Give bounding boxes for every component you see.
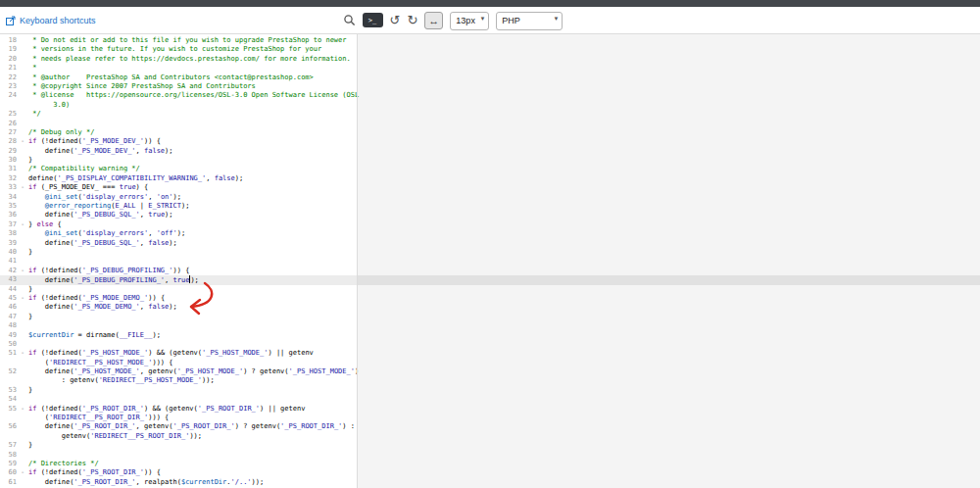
fold-gutter [17, 478, 28, 487]
code-text: } [28, 313, 980, 321]
line-number: 26 [0, 120, 17, 128]
code-line[interactable]: 18 * Do not edit or add to this file if … [0, 36, 980, 45]
line-number: 19 [0, 45, 17, 54]
code-line[interactable]: 31/* Compatibility warning */ [0, 165, 980, 173]
code-line[interactable]: 37-} else { [0, 220, 980, 229]
code-line[interactable]: 59/* Directories */ [0, 460, 980, 468]
word-wrap-toggle[interactable]: ↔ [424, 12, 443, 29]
code-line[interactable]: 32define('_PS_DISPLAY_COMPATIBILITY_WARN… [0, 174, 980, 183]
code-line[interactable]: 24 * @license https://opensource.org/lic… [0, 91, 980, 100]
code-line[interactable]: 30} [0, 156, 980, 165]
keyboard-shortcuts-link[interactable]: Keyboard shortcuts [6, 16, 96, 25]
code-line[interactable]: 60-if (!defined('_PS_ROOT_DIR_')) { [0, 468, 980, 477]
line-number: 60 [0, 468, 17, 477]
code-line[interactable]: 28-if (!defined('_PS_MODE_DEV_')) { [0, 137, 980, 146]
line-number: 40 [0, 248, 17, 257]
code-line[interactable]: ('REDIRECT__PS_ROOT_DIR_'))) { [0, 414, 980, 422]
code-line[interactable]: 46 define('_PS_MODE_DEMO_', false); [0, 303, 980, 312]
fold-marker[interactable]: - [17, 183, 28, 192]
terminal-button[interactable]: >_ [363, 13, 383, 27]
code-line[interactable]: 50 [0, 340, 980, 349]
line-number: 48 [0, 321, 17, 330]
line-number: 46 [0, 303, 17, 312]
language-select[interactable]: PHP [496, 12, 563, 30]
code-line[interactable]: 21 * [0, 64, 980, 73]
code-text: * @copyright Since 2007 PrestaShop SA an… [28, 82, 980, 91]
code-line[interactable]: 19 * versions in the future. If you wish… [0, 45, 980, 54]
code-line[interactable]: 61 define('_PS_ROOT_DIR_', realpath($cur… [0, 478, 980, 487]
code-text: * @author PrestaShop SA and Contributors… [28, 73, 980, 82]
line-number: 50 [0, 340, 17, 349]
code-line[interactable]: 41 [0, 257, 980, 266]
line-number: 22 [0, 73, 17, 82]
fold-marker[interactable]: - [17, 468, 28, 477]
code-text: * [28, 64, 980, 73]
code-line[interactable]: 54 [0, 395, 980, 404]
code-text: define('_PS_DISPLAY_COMPATIBILITY_WARNIN… [28, 174, 980, 183]
code-line[interactable]: 39 define('_PS_DEBUG_SQL_', false); [0, 239, 980, 248]
code-text: 3.0) [28, 101, 980, 110]
code-text [28, 395, 980, 404]
code-line[interactable]: 49$currentDir = dirname(__FILE__); [0, 331, 980, 340]
code-line[interactable]: 27/* Debug only */ [0, 128, 980, 137]
code-line[interactable]: 40} [0, 248, 980, 257]
fold-gutter [17, 321, 28, 330]
code-line[interactable]: 43 define('_PS_DEBUG_PROFILING_', true); [0, 275, 980, 284]
code-text: getenv('REDIRECT__PS_ROOT_DIR_')); [28, 432, 980, 441]
toolbar-icon-group: >_ ↺ ↻ ↔ 13px ▼ PHP ▼ [343, 10, 564, 30]
code-text: : getenv('REDIRECT__PS_HOST_MODE_')); [28, 376, 980, 385]
search-button[interactable] [343, 14, 356, 26]
code-line[interactable]: getenv('REDIRECT__PS_ROOT_DIR_')); [0, 432, 980, 441]
code-line[interactable]: 45-if (!defined('_PS_MODE_DEMO_')) { [0, 294, 980, 303]
fold-marker[interactable]: - [17, 294, 28, 303]
code-line[interactable]: 51-if (!defined('_PS_HOST_MODE_') && (ge… [0, 349, 980, 358]
code-line[interactable]: ('REDIRECT__PS_HOST_MODE_'))) { [0, 359, 980, 367]
fold-gutter [17, 229, 28, 238]
font-size-select[interactable]: 13px [450, 12, 489, 30]
code-text [28, 321, 980, 330]
undo-button[interactable]: ↺ [390, 14, 401, 26]
fold-marker[interactable]: - [17, 137, 28, 146]
code-text: */ [28, 110, 980, 119]
code-line[interactable]: 52 define('_PS_HOST_MODE_', getenv('_PS_… [0, 367, 980, 376]
code-line[interactable]: 33-if (_PS_MODE_DEV_ === true) { [0, 183, 980, 192]
code-text: if (!defined('_PS_ROOT_DIR_')) { [28, 468, 980, 477]
code-line[interactable]: 22 * @author PrestaShop SA and Contribut… [0, 73, 980, 82]
redo-button[interactable]: ↻ [407, 14, 417, 26]
code-line[interactable]: : getenv('REDIRECT__PS_HOST_MODE_')); [0, 376, 980, 385]
code-line[interactable]: 42-if (!defined('_PS_DEBUG_PROFILING_'))… [0, 267, 980, 275]
code-line[interactable]: 23 * @copyright Since 2007 PrestaShop SA… [0, 82, 980, 91]
fold-gutter [17, 285, 28, 294]
code-line[interactable]: 26 [0, 120, 980, 128]
code-line[interactable]: 55-if (!defined('_PS_ROOT_DIR_') && (get… [0, 405, 980, 414]
code-text: define('_PS_MODE_DEV_', false); [28, 147, 980, 156]
code-text: * versions in the future. If you wish to… [28, 45, 980, 54]
fold-gutter [17, 128, 28, 137]
fold-marker[interactable]: - [17, 267, 28, 275]
fold-marker[interactable]: - [17, 220, 28, 229]
code-line[interactable]: 47} [0, 313, 980, 321]
code-line[interactable]: 3.0) [0, 101, 980, 110]
code-line[interactable]: 34 @ini_set('display_errors', 'on'); [0, 193, 980, 202]
code-line[interactable]: 48 [0, 321, 980, 330]
code-line[interactable]: 58 [0, 451, 980, 460]
code-line[interactable]: 20 * needs please refer to https://devdo… [0, 55, 980, 64]
fold-marker[interactable]: - [17, 405, 28, 414]
code-line[interactable]: 56 define('_PS_ROOT_DIR_', getenv('_PS_R… [0, 422, 980, 431]
code-line[interactable]: 35 @error_reporting(E_ALL | E_STRICT); [0, 202, 980, 211]
code-line[interactable]: 29 define('_PS_MODE_DEV_', false); [0, 147, 980, 156]
fold-gutter [17, 340, 28, 349]
window-top-edge [0, 0, 980, 7]
code-editor[interactable]: 18 * Do not edit or add to this file if … [0, 34, 980, 488]
fold-gutter [17, 101, 28, 110]
code-line[interactable]: 36 define('_PS_DEBUG_SQL_', true); [0, 211, 980, 220]
fold-gutter [17, 36, 28, 45]
code-text: @ini_set('display_errors', 'on'); [28, 193, 980, 202]
fold-gutter [17, 211, 28, 220]
code-line[interactable]: 38 @ini_set('display_errors', 'off'); [0, 229, 980, 238]
code-line[interactable]: 57} [0, 441, 980, 450]
code-line[interactable]: 44} [0, 285, 980, 294]
code-line[interactable]: 25 */ [0, 110, 980, 119]
code-line[interactable]: 53} [0, 386, 980, 395]
fold-marker[interactable]: - [17, 349, 28, 358]
